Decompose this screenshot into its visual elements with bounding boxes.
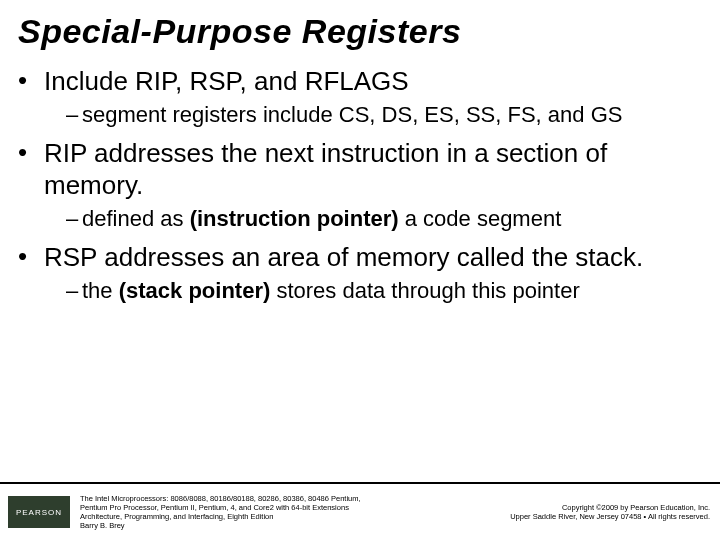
sub-bullet-text: defined as (instruction pointer) a code … [82,205,561,233]
bullet-icon: • [18,137,44,167]
list-item: • RIP addresses the next instruction in … [18,137,702,233]
copyright-line: Copyright ©2009 by Pearson Education, In… [450,503,710,512]
copyright-line: Upper Saddle River, New Jersey 07458 • A… [450,512,710,521]
bullet-icon: • [18,65,44,95]
bullet-icon: • [18,241,44,271]
citation-line: Pentium Pro Processor, Pentium II, Penti… [80,503,450,512]
publisher-logo: PEARSON [8,496,70,528]
sub-bullet-text: segment registers include CS, DS, ES, SS… [82,101,622,129]
slide: Special-Purpose Registers • Include RIP,… [0,0,720,540]
dash-icon: – [66,101,82,129]
dash-icon: – [66,205,82,233]
list-item: • Include RIP, RSP, and RFLAGS – segment… [18,65,702,129]
bullet-text: RIP addresses the next instruction in a … [44,137,702,201]
copyright-notice: Copyright ©2009 by Pearson Education, In… [450,503,710,521]
bullet-text: RSP addresses an area of memory called t… [44,241,643,273]
text-fragment: defined as [82,206,190,231]
text-fragment: a code segment [399,206,562,231]
citation-line: Architecture, Programming, and Interfaci… [80,512,450,521]
bullet-text: Include RIP, RSP, and RFLAGS [44,65,409,97]
book-citation: The Intel Microprocessors: 8086/8088, 80… [80,494,450,530]
text-fragment: stores data through this pointer [270,278,579,303]
citation-line: Barry B. Brey [80,521,450,530]
list-item: • RSP addresses an area of memory called… [18,241,702,305]
citation-line: The Intel Microprocessors: 8086/8088, 80… [80,494,450,503]
slide-title: Special-Purpose Registers [18,12,702,51]
footer: PEARSON The Intel Microprocessors: 8086/… [0,482,720,540]
sub-bullet-text: the (stack pointer) stores data through … [82,277,580,305]
bold-term: (stack pointer) [119,278,271,303]
bullet-list: • Include RIP, RSP, and RFLAGS – segment… [18,65,702,305]
dash-icon: – [66,277,82,305]
text-fragment: the [82,278,119,303]
bold-term: (instruction pointer) [190,206,399,231]
